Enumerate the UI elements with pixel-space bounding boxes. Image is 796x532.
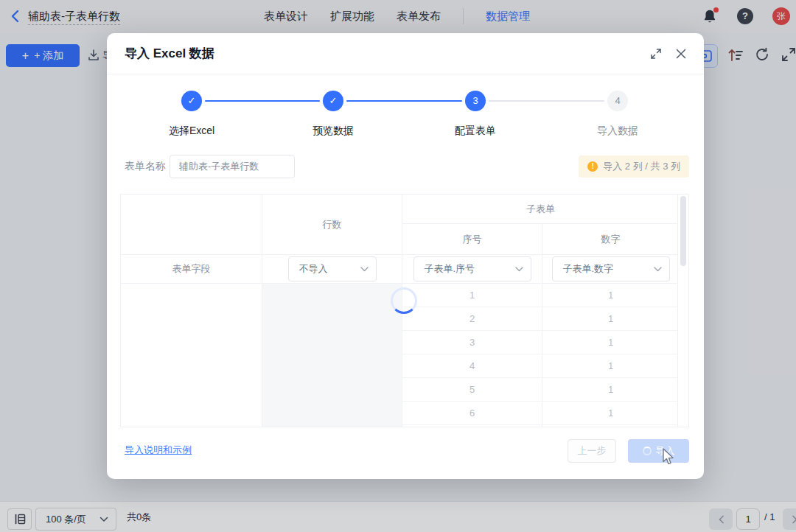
step1-circle: ✓ xyxy=(181,91,202,111)
warning-icon: ! xyxy=(587,161,598,172)
mapping-cell-seq: 子表单.序号 xyxy=(402,255,542,283)
step2-label: 预览数据 xyxy=(282,125,385,138)
group-header-subform: 子表单 xyxy=(402,195,679,224)
field-row-label: 表单字段 xyxy=(121,255,262,283)
dialog-title: 导入 Excel 数据 xyxy=(125,33,214,74)
table-cell: 1 xyxy=(402,284,542,307)
import-columns-badge: ! 导入 2 列 / 共 3 列 xyxy=(579,155,689,178)
step-connector-1 xyxy=(205,100,320,102)
badge-text: 导入 2 列 / 共 3 列 xyxy=(603,160,680,173)
chevron-down-icon xyxy=(515,267,523,272)
step4-label: 导入数据 xyxy=(566,125,669,138)
mapping-select-rowcount[interactable]: 不导入 xyxy=(288,256,377,281)
close-icon[interactable] xyxy=(675,48,687,60)
form-name-input[interactable] xyxy=(170,155,295,178)
table-scrollbar-thumb[interactable] xyxy=(680,196,686,266)
import-excel-dialog: 导入 Excel 数据 ✓ ✓ 3 4 选择Excel 预览数据 配置表单 导入… xyxy=(107,33,704,479)
step1-label: 选择Excel xyxy=(140,125,243,138)
column-header-number: 数字 xyxy=(542,224,679,254)
button-loading-icon xyxy=(643,447,652,455)
table-cell: 1 xyxy=(542,354,679,378)
dialog-header: 导入 Excel 数据 xyxy=(107,33,704,74)
step-connector-3 xyxy=(489,100,604,102)
corner-cell xyxy=(121,195,262,254)
previous-step-button[interactable]: 上一步 xyxy=(568,439,616,463)
chevron-down-icon xyxy=(654,267,662,272)
mapping-value: 不导入 xyxy=(299,262,328,276)
loading-spinner-icon xyxy=(391,287,417,314)
expand-icon[interactable] xyxy=(650,48,662,60)
mapping-value: 子表单.序号 xyxy=(425,262,475,276)
import-button[interactable]: 导入 xyxy=(628,439,689,463)
import-help-link[interactable]: 导入说明和示例 xyxy=(125,444,192,457)
table-cell: 1 xyxy=(542,402,679,425)
seq-column: 1 2 3 4 5 6 xyxy=(402,284,542,427)
column-header-rowcount: 行数 xyxy=(262,195,402,254)
step4-circle: 4 xyxy=(607,91,628,111)
mapping-select-number[interactable]: 子表单.数字 xyxy=(552,256,670,281)
table-cell: 2 xyxy=(402,307,542,331)
mouse-cursor xyxy=(661,448,676,469)
check-icon: ✓ xyxy=(188,95,196,106)
mapping-cell-number: 子表单.数字 xyxy=(542,255,679,283)
step3-label: 配置表单 xyxy=(424,125,527,138)
table-cell: 1 xyxy=(542,378,679,402)
check-icon: ✓ xyxy=(329,95,338,106)
app-window: 辅助表-子表单行数 表单设计 扩展功能 表单发布 数据管理 ? 张 + + 添加… xyxy=(0,0,796,532)
skipped-column xyxy=(262,284,402,427)
column-group-subform: 子表单 序号 数字 xyxy=(402,195,679,254)
table-cell: 6 xyxy=(402,402,542,425)
column-header-seq: 序号 xyxy=(402,224,542,254)
mapping-value: 子表单.数字 xyxy=(563,262,614,276)
step2-circle: ✓ xyxy=(323,91,343,111)
table-scrollbar-track xyxy=(677,195,688,427)
empty-column xyxy=(121,284,262,427)
form-name-label: 表单名称 xyxy=(125,160,166,173)
table-cell: 4 xyxy=(402,354,542,378)
number-column: 1 1 1 1 1 1 xyxy=(542,284,679,427)
table-cell: 3 xyxy=(402,331,542,354)
table-cell: 1 xyxy=(542,331,679,354)
step3-circle: 3 xyxy=(465,91,486,111)
field-mapping-row: 表单字段 不导入 子表单.序号 子表单.数字 xyxy=(121,254,688,284)
mapping-select-seq[interactable]: 子表单.序号 xyxy=(413,256,531,281)
table-header: 行数 子表单 序号 数字 xyxy=(121,195,688,254)
table-cell: 5 xyxy=(402,378,542,402)
chevron-down-icon xyxy=(360,267,369,272)
table-cell: 1 xyxy=(542,284,679,307)
table-cell: 1 xyxy=(542,307,679,331)
mapping-cell-rowcount: 不导入 xyxy=(262,255,402,283)
step-connector-2 xyxy=(346,100,462,102)
